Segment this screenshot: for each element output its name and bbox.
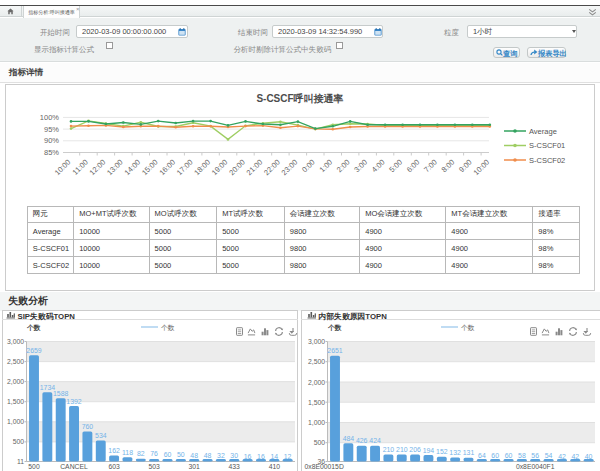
svg-text:64: 64: [478, 452, 486, 459]
svg-text:1:00: 1:00: [318, 158, 335, 175]
svg-text:54: 54: [545, 452, 553, 459]
svg-text:424: 424: [369, 437, 381, 444]
svg-text:14:00: 14:00: [123, 158, 143, 178]
svg-text:23:00: 23:00: [280, 158, 300, 178]
svg-text:60: 60: [505, 452, 513, 459]
svg-text:118: 118: [122, 449, 133, 456]
svg-text:60: 60: [164, 451, 172, 458]
svg-text:500: 500: [13, 438, 25, 445]
svg-text:21:00: 21:00: [245, 158, 265, 178]
svg-text:22:00: 22:00: [262, 158, 282, 178]
svg-text:2:00: 2:00: [335, 158, 352, 175]
svg-text:0x8E0040F1: 0x8E0040F1: [516, 463, 555, 470]
svg-text:48: 48: [190, 452, 198, 459]
svg-text:S-CSCF02: S-CSCF02: [529, 156, 565, 165]
svg-text:433: 433: [229, 463, 241, 470]
svg-text:2659: 2659: [26, 347, 41, 354]
svg-text:15:00: 15:00: [140, 158, 160, 178]
svg-text:603: 603: [108, 463, 120, 470]
svg-text:2,500: 2,500: [308, 358, 325, 365]
svg-text:个数: 个数: [26, 324, 41, 332]
svg-text:1588: 1588: [53, 390, 68, 397]
svg-text:4:00: 4:00: [370, 158, 387, 175]
svg-text:206: 206: [409, 446, 421, 453]
svg-text:194: 194: [423, 447, 435, 454]
svg-text:S-CSCF呼叫接通率: S-CSCF呼叫接通率: [256, 93, 343, 104]
svg-text:6:00: 6:00: [405, 158, 422, 175]
svg-text:3,000: 3,000: [7, 338, 24, 345]
svg-text:0:00: 0:00: [300, 158, 317, 175]
svg-text:12: 12: [284, 453, 292, 460]
svg-text:50: 50: [177, 451, 185, 458]
svg-text:个数: 个数: [461, 324, 475, 331]
svg-text:56: 56: [531, 452, 539, 459]
svg-text:500: 500: [28, 463, 40, 470]
svg-text:10:00: 10:00: [472, 158, 492, 178]
svg-text:个数: 个数: [327, 324, 342, 332]
svg-text:14: 14: [270, 453, 278, 460]
svg-text:2,000: 2,000: [7, 378, 24, 385]
svg-text:0x8E00015D: 0x8E00015D: [305, 463, 344, 470]
svg-text:个数: 个数: [161, 324, 175, 331]
svg-text:132: 132: [449, 449, 461, 456]
svg-text:16: 16: [257, 453, 265, 460]
svg-text:1392: 1392: [66, 398, 81, 405]
svg-text:8:00: 8:00: [440, 158, 457, 175]
svg-text:16:00: 16:00: [157, 158, 177, 178]
svg-text:90%: 90%: [44, 136, 59, 145]
svg-text:7:00: 7:00: [422, 158, 439, 175]
svg-text:Average: Average: [529, 127, 557, 136]
svg-text:410: 410: [269, 463, 281, 470]
svg-text:131: 131: [463, 449, 475, 456]
svg-text:152: 152: [436, 448, 448, 455]
svg-text:484: 484: [343, 435, 355, 442]
svg-text:2,000: 2,000: [308, 379, 325, 386]
svg-text:500: 500: [314, 439, 326, 446]
svg-text:76: 76: [150, 450, 158, 457]
svg-text:42: 42: [558, 453, 566, 460]
svg-text:3:00: 3:00: [352, 158, 369, 175]
svg-text:60: 60: [491, 452, 499, 459]
svg-text:2651: 2651: [327, 347, 342, 354]
svg-text:1,500: 1,500: [7, 398, 24, 405]
svg-text:1,500: 1,500: [308, 399, 325, 406]
svg-text:19:00: 19:00: [210, 158, 230, 178]
svg-text:30: 30: [230, 452, 238, 459]
svg-text:100%: 100%: [40, 113, 60, 122]
svg-text:503: 503: [148, 463, 160, 470]
svg-text:210: 210: [396, 446, 408, 453]
svg-text:17:00: 17:00: [175, 158, 195, 178]
svg-text:18:00: 18:00: [192, 158, 212, 178]
svg-text:16: 16: [244, 453, 252, 460]
svg-text:58: 58: [518, 452, 526, 459]
svg-text:82: 82: [137, 450, 145, 457]
svg-text:210: 210: [383, 446, 395, 453]
svg-text:162: 162: [108, 447, 120, 454]
svg-text:11:00: 11:00: [71, 158, 90, 177]
svg-text:42: 42: [571, 453, 579, 460]
svg-text:5:00: 5:00: [387, 158, 404, 175]
svg-text:1,000: 1,000: [308, 419, 325, 426]
svg-text:85%: 85%: [44, 148, 59, 157]
svg-text:534: 534: [95, 432, 107, 439]
svg-text:3,000: 3,000: [308, 338, 325, 345]
svg-text:S-CSCF01: S-CSCF01: [529, 141, 565, 150]
svg-text:95%: 95%: [44, 125, 59, 134]
svg-text:426: 426: [356, 437, 368, 444]
svg-text:13:00: 13:00: [105, 158, 125, 178]
svg-text:760: 760: [82, 423, 94, 430]
svg-text:11: 11: [17, 458, 24, 465]
svg-text:2,500: 2,500: [7, 358, 24, 365]
svg-text:12:00: 12:00: [88, 158, 108, 178]
svg-text:48: 48: [204, 452, 212, 459]
svg-text:10:00: 10:00: [53, 158, 73, 178]
svg-text:40: 40: [585, 453, 593, 460]
svg-text:32: 32: [217, 452, 225, 459]
svg-text:CANCEL: CANCEL: [60, 463, 88, 470]
svg-text:301: 301: [189, 463, 201, 470]
svg-text:1,000: 1,000: [7, 418, 24, 425]
svg-text:20:00: 20:00: [227, 158, 247, 178]
